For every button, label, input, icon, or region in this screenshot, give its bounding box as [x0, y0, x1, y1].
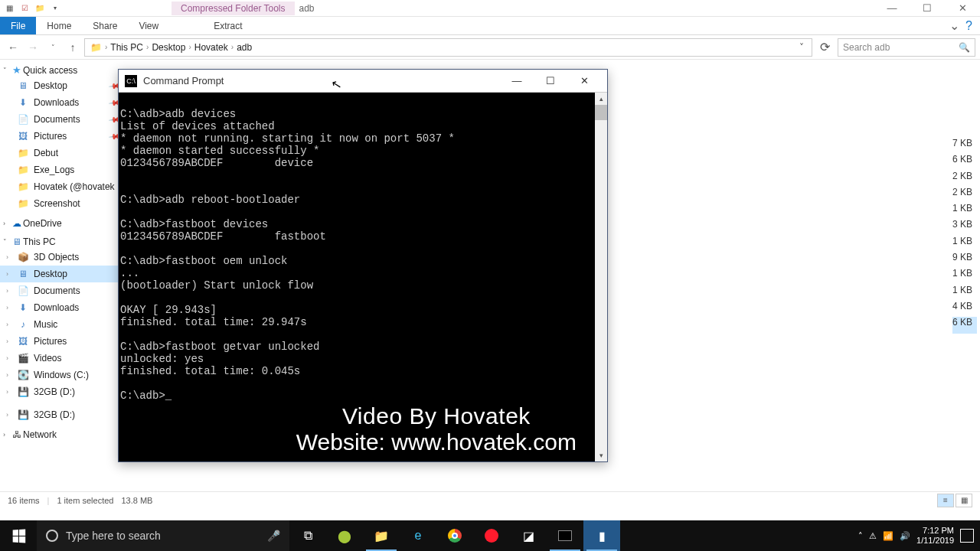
- taskbar-app1-icon[interactable]: ◪: [510, 520, 547, 551]
- taskbar-app2-icon[interactable]: ▮: [583, 520, 620, 551]
- system-tray[interactable]: ˄ ⚠ 📶 🔊 7:12 PM 1/11/2019: [852, 526, 980, 546]
- pc-icon: 🖥: [12, 236, 21, 247]
- chevron-right-icon: ›: [6, 253, 14, 261]
- taskbar-cmd-icon[interactable]: [547, 520, 583, 551]
- breadcrumb-segment[interactable]: Hovatek: [194, 42, 228, 53]
- cmd-body[interactable]: C:\adb>adb devices List of devices attac…: [119, 93, 607, 461]
- mic-icon[interactable]: 🎤: [267, 530, 280, 542]
- view-details-button[interactable]: ≡: [937, 494, 954, 507]
- taskbar-search[interactable]: Type here to search 🎤: [37, 520, 289, 551]
- nav-pane: ˅★Quick access 🖥Desktop📌 ⬇Downloads📌 📄Do…: [0, 60, 122, 491]
- sidebar-item-label: 32GB (D:): [34, 386, 75, 397]
- nav-forward-button[interactable]: →: [24, 39, 41, 56]
- breadcrumb-dropdown-icon[interactable]: ˅: [796, 42, 807, 53]
- search-input[interactable]: Search adb 🔍: [838, 38, 975, 57]
- taskbar-opera-icon[interactable]: [473, 520, 510, 551]
- breadcrumb-segment[interactable]: Desktop: [152, 42, 185, 53]
- tab-file[interactable]: File: [0, 17, 36, 34]
- breadcrumb-segment[interactable]: This PC: [110, 42, 143, 53]
- close-button[interactable]: ✕: [945, 0, 980, 17]
- chevron-right-icon: ›: [6, 304, 14, 311]
- disk-icon: 💽: [17, 369, 29, 381]
- qat-customize-icon[interactable]: ▾: [49, 2, 61, 15]
- sidebar-item-hovatek[interactable]: 📁Hovatek (@hovatek: [0, 178, 122, 195]
- notification-icon[interactable]: [960, 529, 974, 543]
- sidebar-item-downloads[interactable]: ⬇Downloads📌: [0, 94, 122, 111]
- sidebar-item-cdrive[interactable]: ›💽Windows (C:): [0, 367, 122, 383]
- nav-up-button[interactable]: ↑: [64, 39, 81, 56]
- file-size: 1 KB: [952, 203, 977, 219]
- scroll-thumb[interactable]: [595, 105, 607, 120]
- nav-back-button[interactable]: ←: [5, 39, 21, 56]
- sidebar-item-label: 3D Objects: [34, 252, 79, 262]
- taskview-button[interactable]: ⧉: [289, 520, 326, 551]
- sidebar-item-pictures-pc[interactable]: ›🖼Pictures: [0, 333, 122, 350]
- scroll-up-icon[interactable]: ▴: [595, 93, 607, 105]
- sidebar-this-pc[interactable]: ˅🖥This PC: [0, 235, 122, 249]
- taskbar-edge-icon[interactable]: e: [400, 520, 436, 551]
- picture-icon: 🖼: [17, 130, 29, 142]
- sidebar-item-pictures[interactable]: 🖼Pictures📌: [0, 128, 122, 145]
- scroll-down-icon[interactable]: ▾: [595, 449, 607, 461]
- maximize-button[interactable]: ☐: [910, 0, 945, 17]
- picture-icon: 🖼: [17, 335, 29, 347]
- minimize-button[interactable]: —: [874, 0, 910, 17]
- taskbar-chrome-icon[interactable]: [436, 520, 473, 551]
- tray-volume-icon[interactable]: 🔊: [900, 531, 910, 541]
- cmd-minimize-button[interactable]: —: [500, 70, 534, 92]
- sidebar-item-3dobjects[interactable]: ›📦3D Objects: [0, 249, 122, 266]
- cmd-titlebar[interactable]: C:\ Command Prompt — ☐ ✕: [119, 70, 607, 93]
- taskbar-android-icon[interactable]: ⬤: [326, 520, 363, 551]
- tray-chevron-up-icon[interactable]: ˄: [858, 531, 863, 541]
- tray-network-icon[interactable]: 📶: [883, 531, 893, 541]
- tab-view[interactable]: View: [128, 17, 169, 34]
- taskbar-explorer-icon[interactable]: 📁: [363, 520, 400, 551]
- qat-newfolder-icon[interactable]: 📁: [34, 2, 46, 15]
- file-size: 2 KB: [952, 187, 977, 203]
- breadcrumb[interactable]: 📁 › This PC › Desktop › Hovatek › adb ˅: [84, 38, 812, 57]
- tab-home[interactable]: Home: [36, 17, 82, 34]
- breadcrumb-segment[interactable]: adb: [237, 42, 252, 53]
- chevron-right-icon: ›: [6, 287, 14, 295]
- sidebar-item-documents[interactable]: 📄Documents📌: [0, 111, 122, 128]
- start-button[interactable]: [0, 520, 37, 551]
- cmd-scrollbar[interactable]: ▴ ▾: [595, 93, 607, 461]
- sidebar-item-ddrive2[interactable]: ›💾32GB (D:): [0, 406, 122, 423]
- nav-recent-dropdown[interactable]: ˅: [44, 39, 61, 56]
- sidebar-item-desktop-pc[interactable]: ›🖥Desktop: [0, 266, 122, 282]
- cmd-close-button[interactable]: ✕: [567, 70, 601, 92]
- cmd-window: C:\ Command Prompt — ☐ ✕ C:\adb>adb devi…: [118, 69, 608, 462]
- status-item-count: 16 items: [8, 496, 40, 505]
- cmd-maximize-button[interactable]: ☐: [534, 70, 567, 92]
- sidebar-item-screenshot[interactable]: 📁Screenshot: [0, 195, 122, 212]
- sidebar-item-music[interactable]: ›♪Music: [0, 316, 122, 333]
- sidebar-item-downloads-pc[interactable]: ›⬇Downloads: [0, 299, 122, 316]
- sidebar-onedrive[interactable]: ›☁OneDrive: [0, 217, 122, 230]
- sidebar-item-videos[interactable]: ›🎬Videos: [0, 350, 122, 367]
- sidebar-item-exelogs[interactable]: 📁Exe_Logs: [0, 161, 122, 178]
- sidebar-item-label: Videos: [34, 353, 61, 364]
- view-icons-button[interactable]: ▦: [956, 494, 972, 507]
- sidebar-item-label: Exe_Logs: [34, 165, 74, 175]
- document-icon: 📄: [17, 285, 29, 297]
- sidebar-item-ddrive[interactable]: ›💾32GB (D:): [0, 383, 122, 400]
- sidebar-item-documents-pc[interactable]: ›📄Documents: [0, 282, 122, 299]
- tab-share[interactable]: Share: [82, 17, 128, 34]
- sidebar-label: OneDrive: [23, 218, 62, 229]
- qat-properties-icon[interactable]: ☑: [18, 2, 31, 15]
- sidebar-item-desktop[interactable]: 🖥Desktop📌: [0, 77, 122, 94]
- cmd-title: Command Prompt: [143, 75, 224, 86]
- folder-icon: 📁: [17, 164, 29, 176]
- tray-clock[interactable]: 7:12 PM 1/11/2019: [916, 526, 954, 546]
- sidebar-item-label: Pictures: [34, 336, 67, 347]
- sidebar-network[interactable]: ›🖧Network: [0, 428, 122, 442]
- sidebar-item-debut[interactable]: 📁Debut: [0, 145, 122, 161]
- sidebar-quick-access[interactable]: ˅★Quick access: [0, 63, 122, 77]
- tray-icon[interactable]: ⚠: [869, 531, 877, 541]
- ribbon-collapse-icon[interactable]: ⌄: [949, 18, 959, 33]
- cortana-icon: [46, 530, 58, 542]
- help-icon[interactable]: ?: [965, 19, 972, 33]
- disk-icon: 💾: [17, 386, 29, 398]
- tab-extract[interactable]: Extract: [203, 17, 253, 34]
- refresh-button[interactable]: ⟳: [815, 40, 835, 54]
